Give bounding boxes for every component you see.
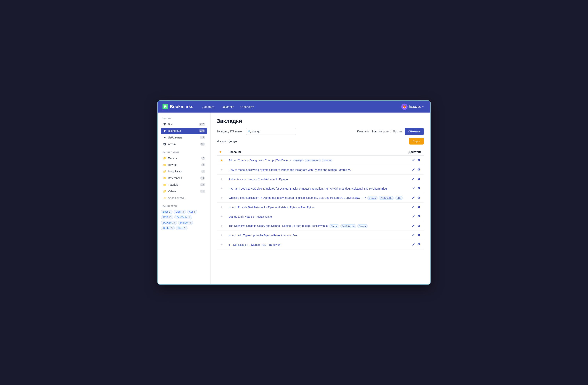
- new-folder-item[interactable]: 📁 Новая папка...: [161, 195, 207, 201]
- bookmark-link[interactable]: The Definitive Guide to Celery and Djang…: [229, 224, 328, 227]
- search-bar-row: 19 видно, 277 всего 🔍 Показать: Все Непр…: [217, 128, 424, 135]
- star-button[interactable]: ★: [219, 177, 224, 182]
- tag-cli-label: CLI: [189, 210, 193, 213]
- star-button[interactable]: ★: [219, 242, 224, 247]
- edit-button[interactable]: [411, 233, 416, 238]
- folder-icon: 📁: [163, 176, 167, 180]
- filter-all[interactable]: Все: [371, 130, 377, 133]
- settings-button[interactable]: [416, 158, 421, 163]
- sidebar-item-inbox[interactable]: Входящие 139: [161, 128, 207, 134]
- tag-css[interactable]: CSS 18: [161, 215, 173, 219]
- sidebar-item-tutorials[interactable]: 📁 Tutorials 14: [161, 182, 207, 188]
- tag-chip[interactable]: Django: [329, 224, 339, 228]
- sidebar-item-games[interactable]: 📁 Games 2: [161, 155, 207, 161]
- edit-button[interactable]: [411, 158, 416, 163]
- star-button[interactable]: ★: [219, 214, 224, 219]
- star-button[interactable]: ★: [219, 205, 224, 210]
- star-button[interactable]: ★: [219, 223, 224, 229]
- brand[interactable]: Bookmarks: [163, 104, 193, 109]
- edit-button[interactable]: [411, 177, 416, 182]
- bookmark-link[interactable]: PyCharm 2023.2: New Live Templates for D…: [229, 187, 387, 190]
- folders-section: ПАПКИ Все 277 Входящие 139: [161, 117, 207, 147]
- bookmark-title-cell: Writing a chat application in Django usi…: [226, 193, 406, 203]
- settings-button[interactable]: [416, 195, 421, 201]
- sidebar-item-favorites[interactable]: ★ Избранные 15: [161, 134, 207, 141]
- tag-blog[interactable]: Blog 44: [174, 210, 186, 214]
- browser-window: Bookmarks Добавить Закладки О проекте 🦊 …: [157, 101, 431, 284]
- bookmark-link[interactable]: How to add Typescript to the Django Proj…: [229, 234, 297, 237]
- sidebar-item-references[interactable]: 📁 References 10: [161, 175, 207, 181]
- table-row: ★Django and Pydantic | TestDriven.io: [217, 212, 424, 221]
- show-filter: Показать: Все Непрочит. Прочит. Обновить: [357, 128, 424, 135]
- nav-about[interactable]: О проекте: [238, 103, 257, 110]
- settings-button[interactable]: [416, 186, 421, 191]
- results-count: 19 видно, 277 всего: [217, 130, 242, 133]
- star-icon: ★: [163, 136, 167, 139]
- bookmark-link[interactable]: How to model a following system similar …: [229, 168, 351, 171]
- edit-button[interactable]: [411, 195, 416, 201]
- actions-cell: [406, 212, 424, 221]
- refresh-button[interactable]: Обновить: [405, 128, 424, 135]
- filter-unread[interactable]: Непрочит.: [378, 130, 391, 133]
- tags-section: ВАШИ ТЕГИ Bash 2 Blog 44 CLI 3: [161, 205, 207, 231]
- star-button[interactable]: ★: [219, 233, 224, 238]
- bookmark-title-cell: 1 – Serialization – Django REST framewor…: [226, 240, 406, 249]
- bookmark-link[interactable]: Authentication using an Email Address In…: [229, 178, 288, 181]
- tag-chip[interactable]: Tutorial: [322, 159, 333, 162]
- edit-button[interactable]: [411, 223, 416, 229]
- bookmark-link[interactable]: Writing a chat application in Django usi…: [229, 196, 366, 199]
- tag-bash[interactable]: Bash 2: [161, 210, 172, 214]
- star-button[interactable]: ★: [219, 186, 224, 191]
- tag-chip[interactable]: Django: [294, 159, 304, 162]
- tag-chip[interactable]: Tutorial: [357, 224, 368, 228]
- nav-add[interactable]: Добавить: [200, 103, 218, 110]
- edit-button[interactable]: [411, 204, 416, 210]
- tag-chip[interactable]: TestDriven.io: [305, 159, 321, 162]
- main-content: ПАПКИ Все 277 Входящие 139: [158, 113, 430, 284]
- user-menu[interactable]: 🦊 hazadus ▾: [399, 102, 426, 111]
- search-input-wrapper: 🔍: [246, 128, 296, 135]
- star-button[interactable]: ★: [219, 167, 224, 172]
- settings-button[interactable]: [416, 214, 421, 219]
- bookmark-link[interactable]: Adding Charts to Django with Chart.js | …: [229, 159, 292, 162]
- nav-bookmarks[interactable]: Закладки: [219, 103, 237, 110]
- tags-grid: Bash 2 Blog 44 CLI 3 CSS 18: [161, 209, 207, 231]
- tag-devops[interactable]: DevOps 13: [161, 221, 177, 225]
- tag-chip[interactable]: Django: [367, 196, 378, 200]
- tag-chip[interactable]: PostgreSQL: [379, 196, 394, 200]
- sidebar-item-archive[interactable]: Архив 91: [161, 141, 207, 147]
- tag-chip[interactable]: SSE: [395, 196, 403, 200]
- search-input[interactable]: [246, 128, 296, 135]
- tag-docs[interactable]: Docs 9: [176, 226, 187, 230]
- bookmark-title-cell: Django and Pydantic | TestDriven.io: [226, 212, 406, 221]
- star-button[interactable]: ★: [219, 195, 224, 201]
- tag-devtools[interactable]: Dev Tools 11: [174, 215, 192, 219]
- tag-chip[interactable]: TestDriven.io: [340, 224, 357, 228]
- sidebar-item-all[interactable]: Все 277: [161, 121, 207, 127]
- bookmark-link[interactable]: 1 – Serialization – Django REST framewor…: [229, 243, 281, 246]
- sidebar-item-videos[interactable]: 📁 Videos 11: [161, 188, 207, 194]
- sidebar-item-how-to[interactable]: 📁 How-to 9: [161, 162, 207, 168]
- tag-django[interactable]: Django 34: [178, 221, 193, 225]
- bookmark-link[interactable]: How to Provide Test Fixtures for Django …: [229, 206, 315, 209]
- edit-button[interactable]: [411, 214, 416, 219]
- sidebar-item-long-reads[interactable]: 📁 Long Reads 1: [161, 168, 207, 175]
- edit-button[interactable]: [411, 242, 416, 247]
- settings-button[interactable]: [416, 204, 421, 210]
- settings-button[interactable]: [416, 177, 421, 182]
- settings-button[interactable]: [416, 223, 421, 229]
- tag-cli[interactable]: CLI 3: [187, 210, 197, 214]
- tag-docker[interactable]: Docker 5: [161, 226, 175, 230]
- sidebar-item-all-label: Все: [168, 123, 173, 126]
- edit-button[interactable]: [411, 167, 416, 172]
- edit-button[interactable]: [411, 186, 416, 191]
- star-button[interactable]: ★: [219, 158, 224, 163]
- bookmark-link[interactable]: Django and Pydantic | TestDriven.io: [229, 215, 272, 218]
- filter-read[interactable]: Прочит.: [393, 130, 402, 133]
- settings-button[interactable]: [416, 233, 421, 238]
- star-cell: ★: [217, 193, 226, 203]
- settings-button[interactable]: [416, 167, 421, 172]
- chevron-down-icon: ▾: [422, 105, 423, 108]
- reset-button[interactable]: Сброс: [409, 138, 424, 144]
- settings-button[interactable]: [416, 242, 421, 247]
